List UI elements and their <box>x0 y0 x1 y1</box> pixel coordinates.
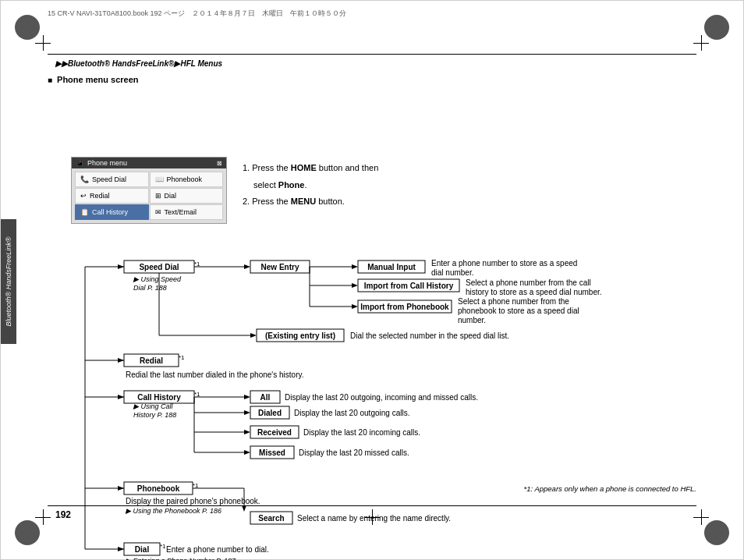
crosshair-bl <box>35 509 51 525</box>
top-rule <box>48 54 696 55</box>
svg-text:▶ Entering a Phone Number P. 1: ▶ Entering a Phone Number P. 187 <box>125 557 236 560</box>
svg-marker-22 <box>352 304 358 309</box>
svg-text:number.: number. <box>458 316 486 324</box>
svg-text:▶ Using Speed: ▶ Using Speed <box>133 275 182 283</box>
phone-menu-speed-dial: 📞Speed Dial <box>75 172 149 187</box>
svg-text:Received: Received <box>257 428 292 437</box>
svg-marker-44 <box>244 395 250 399</box>
phone-menu-call-history: 📋Call History <box>75 204 149 220</box>
svg-marker-87 <box>118 358 124 363</box>
main-content: Phone menu screen 📱 Phone menu ⊠ 📞Speed … <box>48 75 696 501</box>
svg-text:dial number.: dial number. <box>431 268 473 277</box>
section-label: Phone menu screen <box>48 75 696 84</box>
instructions: 1. Press the HOME button and then select… <box>243 161 696 211</box>
svg-text:▶ Using the Phonebook P. 186: ▶ Using the Phonebook P. 186 <box>125 507 221 515</box>
step1-line2-prefix: select <box>253 180 278 190</box>
svg-text:Missed: Missed <box>259 448 285 457</box>
svg-text:history to store as a speed di: history to store as a speed dial number. <box>466 288 602 296</box>
svg-text:Dial the selected number in th: Dial the selected number in the speed di… <box>350 331 509 340</box>
svg-text:Dialed: Dialed <box>258 409 282 417</box>
svg-marker-62 <box>244 450 250 455</box>
step2-prefix: 2. Press the <box>243 197 291 206</box>
phone-menu-redial: ↩Redial <box>75 188 149 204</box>
top-header: 15 CR-V NAVI-31T0A8100.book 192 ページ ２０１４… <box>48 9 696 19</box>
svg-text:Enter a phone number to store : Enter a phone number to store as a speed <box>431 259 577 268</box>
step1-line2-suffix: . <box>304 180 306 190</box>
svg-text:Import from Phonebook: Import from Phonebook <box>360 303 449 311</box>
svg-text:Dial P. 188: Dial P. 188 <box>133 284 167 292</box>
section-label-text: Phone menu screen <box>57 75 139 84</box>
svg-text:Phonebook: Phonebook <box>137 484 180 493</box>
svg-text:Enter a phone number to dial.: Enter a phone number to dial. <box>166 545 269 554</box>
svg-marker-85 <box>118 264 124 269</box>
svg-text:Display the last 20 outgoing, : Display the last 20 outgoing, incoming a… <box>285 393 478 402</box>
svg-text:Search: Search <box>258 514 284 523</box>
svg-text:Display the last 20 outgoing c: Display the last 20 outgoing calls. <box>294 409 409 417</box>
phone-menu-screenshot: 📱 Phone menu ⊠ 📞Speed Dial 📖Phonebook ↩R… <box>71 157 227 224</box>
phone-menu-dial: ⊞Dial <box>150 188 224 204</box>
phone-menu-title-text: Phone menu <box>87 159 127 167</box>
svg-text:*1: *1 <box>160 543 166 550</box>
crosshair-tr <box>693 35 709 51</box>
svg-text:Redial: Redial <box>140 356 163 365</box>
svg-text:Dial: Dial <box>135 545 150 554</box>
step1-line2: select Phone. <box>243 178 696 193</box>
diagram-area: Speed Dial *1 New Entry Manual Input Ent… <box>63 254 696 501</box>
phone-menu-phonebook: 📖Phonebook <box>150 172 224 187</box>
step1-suffix: button and then <box>317 163 379 172</box>
svg-marker-91 <box>118 486 124 491</box>
svg-text:History P. 188: History P. 188 <box>133 411 176 419</box>
step1: 1. Press the HOME button and then <box>243 161 696 175</box>
svg-text:Manual Input: Manual Input <box>367 263 416 271</box>
svg-text:phonebook to store as a speed : phonebook to store as a speed dial <box>458 307 579 315</box>
step2: 2. Press the MENU button. <box>243 194 696 209</box>
svg-marker-30 <box>250 333 257 338</box>
svg-text:Display the paired phone's pho: Display the paired phone's phonebook. <box>126 497 260 505</box>
svg-marker-75 <box>242 505 246 512</box>
svg-text:*1: *1 <box>179 354 185 361</box>
diagram-svg: Speed Dial *1 New Entry Manual Input Ent… <box>63 254 734 560</box>
svg-text:Display the last 20 missed cal: Display the last 20 missed calls. <box>299 448 409 457</box>
step1-bold: HOME <box>291 163 317 172</box>
svg-text:Call History: Call History <box>137 393 181 402</box>
svg-text:Speed Dial: Speed Dial <box>139 263 179 271</box>
side-label: Bluetooth® HandsFreeLink® <box>1 219 16 344</box>
svg-marker-50 <box>244 410 250 415</box>
svg-marker-4 <box>244 264 250 269</box>
svg-text:Select a phone number from the: Select a phone number from the call <box>466 278 591 287</box>
step2-suffix: button. <box>316 197 345 206</box>
svg-text:All: All <box>260 393 271 402</box>
svg-marker-89 <box>118 395 124 399</box>
svg-marker-93 <box>118 547 124 551</box>
svg-text:New Entry: New Entry <box>261 263 299 271</box>
step1-prefix: 1. Press the <box>243 163 291 172</box>
phone-menu-title: 📱 Phone menu ⊠ <box>72 158 226 168</box>
breadcrumb: ▶▶Bluetooth® HandsFreeLink®▶HFL Menus <box>55 59 222 68</box>
side-label-text: Bluetooth® HandsFreeLink® <box>5 237 12 327</box>
svg-marker-8 <box>352 264 358 269</box>
svg-marker-15 <box>352 283 358 288</box>
svg-text:▶ Using Call: ▶ Using Call <box>133 402 174 410</box>
phone-menu-text-email: ✉Text/Email <box>150 204 224 220</box>
svg-text:Redial the last number dialed : Redial the last number dialed in the pho… <box>126 370 304 379</box>
svg-text:Display the last 20 incoming c: Display the last 20 incoming calls. <box>303 428 420 437</box>
step1-line2-bold: Phone <box>278 180 305 190</box>
svg-text:Select a name by entering the : Select a name by entering the name direc… <box>297 514 451 523</box>
page: 15 CR-V NAVI-31T0A8100.book 192 ページ ２０１４… <box>0 0 744 560</box>
phone-menu-grid: 📞Speed Dial 📖Phonebook ↩Redial ⊞Dial 📋Ca… <box>72 168 226 223</box>
svg-text:Import from Call History: Import from Call History <box>364 282 454 290</box>
step2-bold: MENU <box>291 197 316 206</box>
svg-text:(Existing entry list): (Existing entry list) <box>265 331 335 340</box>
footnote: *1: Appears only when a phone is connect… <box>524 484 696 493</box>
header-text: 15 CR-V NAVI-31T0A8100.book 192 ページ ２０１４… <box>48 9 346 19</box>
svg-marker-56 <box>244 430 250 434</box>
svg-text:Select a phone number from the: Select a phone number from the <box>458 297 569 306</box>
crosshair-tl <box>35 35 51 51</box>
